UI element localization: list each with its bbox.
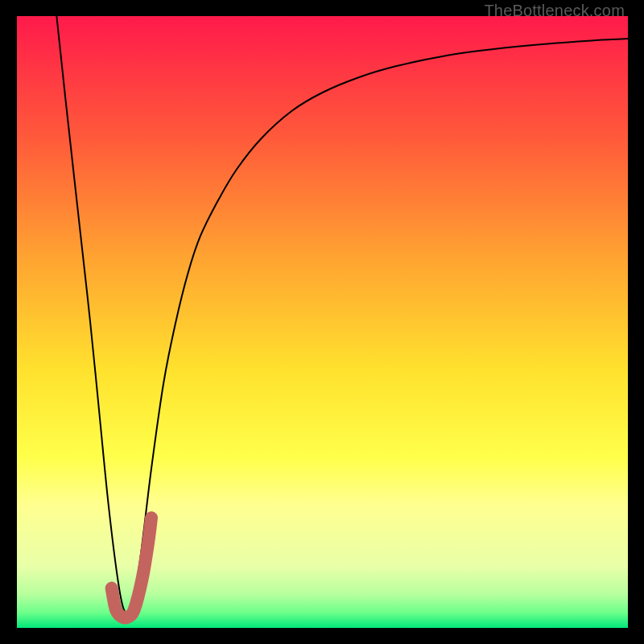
chart-frame: [17, 16, 628, 628]
chart-background: [17, 16, 628, 628]
bottleneck-chart: [17, 16, 628, 628]
